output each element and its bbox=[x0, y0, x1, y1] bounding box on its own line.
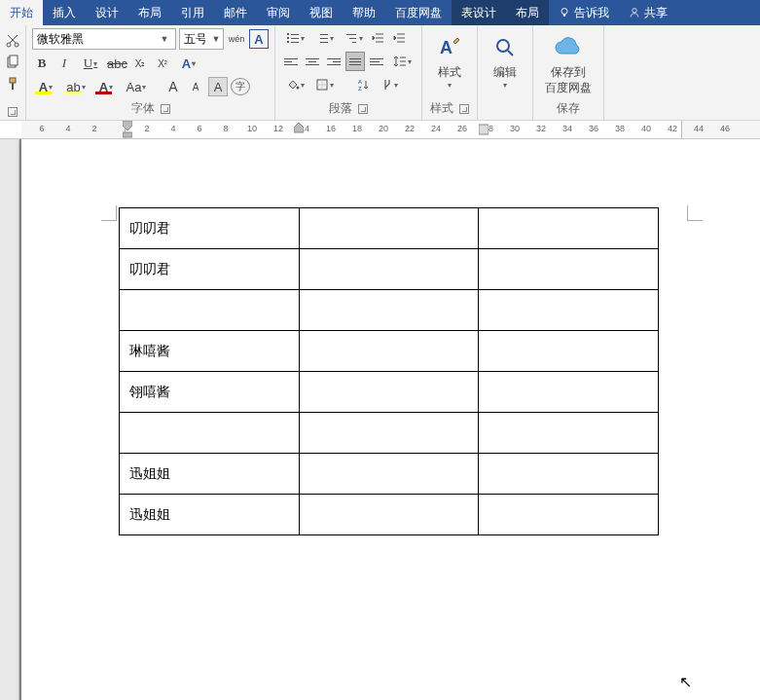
table-cell[interactable]: 叨叨君 bbox=[120, 208, 300, 249]
underline-button[interactable]: U▾ bbox=[77, 54, 104, 73]
strikethrough-button[interactable]: abc bbox=[107, 54, 127, 73]
table-cell[interactable]: 琳嘻酱 bbox=[120, 331, 300, 372]
document-table[interactable]: 叨叨君叨叨君琳嘻酱翎嘻酱迅姐姐迅姐姐 bbox=[119, 207, 659, 535]
tab-mailings[interactable]: 邮件 bbox=[214, 0, 257, 25]
table-cell[interactable] bbox=[299, 290, 479, 331]
align-center-button[interactable] bbox=[303, 52, 322, 71]
italic-button[interactable]: I bbox=[54, 54, 74, 73]
table-row[interactable]: 翎嘻酱 bbox=[120, 372, 659, 413]
table-cell[interactable] bbox=[299, 495, 479, 535]
tab-insert[interactable]: 插入 bbox=[43, 0, 86, 25]
font-color-button[interactable]: A▾ bbox=[92, 77, 120, 96]
font-size-combo[interactable]: ▼ bbox=[179, 28, 224, 50]
tab-design[interactable]: 设计 bbox=[86, 0, 128, 25]
table-cell[interactable] bbox=[120, 290, 300, 331]
right-indent-marker[interactable] bbox=[294, 121, 304, 138]
font-launcher[interactable] bbox=[161, 104, 170, 114]
styles-button[interactable]: A 样式 ▾ bbox=[428, 28, 471, 90]
tab-tell-me[interactable]: 告诉我 bbox=[549, 0, 619, 25]
char-shading-button[interactable]: A bbox=[208, 77, 228, 96]
bold-button[interactable]: B bbox=[32, 54, 52, 73]
table-cell[interactable] bbox=[299, 249, 479, 290]
font-size-input[interactable] bbox=[180, 32, 209, 46]
font-name-combo[interactable]: ▼ bbox=[32, 28, 176, 50]
document-area[interactable]: 叨叨君叨叨君琳嘻酱翎嘻酱迅姐姐迅姐姐 ↖ bbox=[0, 139, 760, 700]
cut-button[interactable] bbox=[4, 32, 21, 50]
tab-table-design[interactable]: 表设计 bbox=[452, 0, 506, 25]
table-row[interactable]: 迅姐姐 bbox=[120, 495, 659, 535]
clipboard-launcher[interactable] bbox=[8, 107, 18, 117]
subscript-button[interactable]: X bbox=[130, 54, 150, 73]
line-spacing-button[interactable]: ▾ bbox=[388, 52, 416, 71]
styles-launcher[interactable] bbox=[459, 104, 469, 114]
align-right-button[interactable] bbox=[324, 52, 344, 71]
align-justify-button[interactable] bbox=[345, 52, 365, 71]
decrease-indent-button[interactable] bbox=[369, 28, 388, 48]
tab-baidu[interactable]: 百度网盘 bbox=[385, 0, 452, 25]
first-line-indent-marker[interactable] bbox=[123, 121, 132, 138]
tab-view[interactable]: 视图 bbox=[300, 0, 343, 25]
table-cell[interactable] bbox=[299, 331, 479, 372]
table-cell[interactable]: 迅姐姐 bbox=[120, 454, 300, 495]
tab-references[interactable]: 引用 bbox=[171, 0, 214, 25]
paragraph-launcher[interactable] bbox=[358, 104, 368, 114]
editing-button[interactable]: 编辑 ▾ bbox=[484, 28, 526, 90]
table-cell[interactable] bbox=[299, 208, 479, 249]
align-distribute-button[interactable] bbox=[367, 52, 386, 71]
table-cell[interactable] bbox=[479, 495, 659, 535]
horizontal-ruler[interactable]: 8642246810121416182022242628303234363840… bbox=[21, 121, 760, 138]
shrink-font-button[interactable]: A bbox=[186, 77, 205, 96]
table-cell[interactable] bbox=[479, 372, 659, 413]
enclose-char-button[interactable]: 字 bbox=[231, 78, 250, 95]
table-cell[interactable] bbox=[479, 413, 659, 454]
shading-font-button[interactable]: ab▾ bbox=[62, 77, 90, 96]
table-cell[interactable] bbox=[479, 331, 659, 372]
table-row[interactable]: 叨叨君 bbox=[120, 249, 659, 290]
table-cell[interactable] bbox=[479, 208, 659, 249]
table-row[interactable]: 琳嘻酱 bbox=[120, 331, 659, 372]
table-cell[interactable] bbox=[479, 249, 659, 290]
table-row[interactable] bbox=[120, 290, 659, 331]
text-effects-button[interactable]: A▾ bbox=[175, 54, 202, 73]
grow-font-button[interactable]: A bbox=[163, 77, 183, 96]
tab-review[interactable]: 审阅 bbox=[257, 0, 300, 25]
font-name-input[interactable] bbox=[33, 32, 158, 46]
table-cell[interactable] bbox=[299, 454, 479, 495]
font-size-dropdown[interactable]: ▼ bbox=[209, 34, 223, 44]
table-cell[interactable] bbox=[120, 413, 300, 454]
numbering-button[interactable]: ▾ bbox=[310, 28, 338, 48]
phonetic-guide-button[interactable]: wén bbox=[227, 29, 246, 49]
sort-button[interactable]: AZ bbox=[349, 75, 377, 94]
tab-help[interactable]: 帮助 bbox=[343, 0, 385, 25]
tab-table-layout[interactable]: 布局 bbox=[506, 0, 549, 25]
save-baidu-button[interactable]: 保存到 百度网盘 bbox=[539, 28, 597, 95]
borders-button[interactable]: ▾ bbox=[310, 75, 338, 94]
table-cell[interactable] bbox=[479, 290, 659, 331]
page[interactable]: 叨叨君叨叨君琳嘻酱翎嘻酱迅姐姐迅姐姐 bbox=[21, 139, 760, 700]
table-cell[interactable] bbox=[299, 372, 479, 413]
table-cell[interactable] bbox=[479, 454, 659, 495]
bullets-button[interactable]: ▾ bbox=[281, 28, 308, 48]
table-row[interactable]: 迅姐姐 bbox=[120, 454, 659, 495]
increase-indent-button[interactable] bbox=[390, 28, 410, 48]
character-border-button[interactable]: A bbox=[249, 29, 269, 49]
tab-home[interactable]: 开始 bbox=[0, 0, 43, 25]
table-marker[interactable] bbox=[479, 121, 489, 138]
align-left-button[interactable] bbox=[281, 52, 301, 71]
table-row[interactable] bbox=[120, 413, 659, 454]
copy-button[interactable] bbox=[4, 54, 21, 71]
multilevel-button[interactable]: ▾ bbox=[340, 28, 367, 48]
show-marks-button[interactable]: ▾ bbox=[379, 75, 398, 94]
font-name-dropdown[interactable]: ▼ bbox=[158, 34, 171, 44]
table-cell[interactable]: 迅姐姐 bbox=[120, 495, 300, 535]
tab-share[interactable]: 共享 bbox=[619, 0, 677, 25]
table-row[interactable]: 叨叨君 bbox=[120, 208, 659, 249]
table-cell[interactable] bbox=[299, 413, 479, 454]
highlight-button[interactable]: A▾ bbox=[32, 77, 59, 96]
table-cell[interactable]: 叨叨君 bbox=[120, 249, 300, 290]
format-painter-button[interactable] bbox=[4, 75, 21, 92]
change-case-button[interactable]: Aa▾ bbox=[123, 77, 150, 96]
vertical-ruler[interactable] bbox=[0, 139, 19, 700]
tab-layout[interactable]: 布局 bbox=[128, 0, 171, 25]
superscript-button[interactable]: X bbox=[153, 54, 172, 73]
